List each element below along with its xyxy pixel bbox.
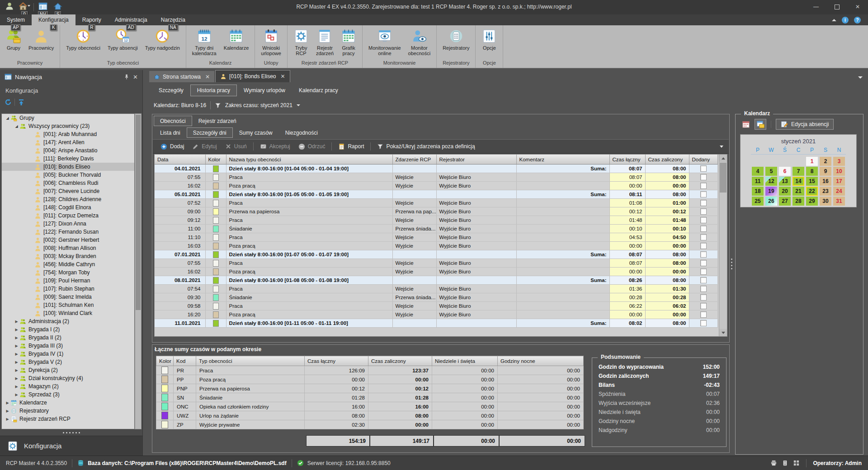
event-row[interactable]: 16:03 Poza pracą Wyjście Wyjście Biuro 0… xyxy=(155,242,717,250)
events-scrollbar[interactable] xyxy=(719,155,727,336)
totals-row[interactable]: ONC Opieka nad członkiem rodziny 16:00 1… xyxy=(156,402,584,411)
calendar-day[interactable]: 22 xyxy=(806,187,818,196)
calendar-day[interactable]: 6 xyxy=(779,167,791,176)
column-header[interactable]: Kod xyxy=(174,356,196,366)
calendar-day[interactable]: 19 xyxy=(765,187,777,196)
attendance-tab[interactable]: Obecności xyxy=(154,116,192,126)
calendar-day[interactable]: 27 xyxy=(779,197,791,206)
page-tab[interactable]: Historia pracy xyxy=(190,85,237,96)
expand-arrow-icon[interactable] xyxy=(14,376,19,381)
tree-item[interactable]: Brygada II (2) xyxy=(2,334,134,342)
tab-list-dropdown-icon[interactable] xyxy=(858,76,863,79)
event-row[interactable]: 11:10 Praca Wejście Wejście Biuro 04:53 … xyxy=(155,233,717,242)
column-header[interactable]: Data xyxy=(155,155,205,164)
tree-item[interactable]: Rejestr zdarzeń RCP xyxy=(2,415,134,423)
time-range-dropdown[interactable]: Zakres czasu: styczeń 2021 xyxy=(225,102,292,108)
expand-arrow-icon[interactable] xyxy=(14,368,19,372)
added-checkbox[interactable] xyxy=(700,217,707,223)
column-header[interactable]: Komentarz xyxy=(516,155,609,164)
help-icon[interactable]: ? xyxy=(854,17,861,24)
expand-arrow-icon[interactable] xyxy=(5,401,10,405)
tree-item[interactable]: [147]: Arent Allen xyxy=(2,138,134,146)
expand-arrow-icon[interactable] xyxy=(14,320,19,324)
panel-splitter[interactable] xyxy=(0,430,142,436)
tree-item[interactable]: [122]: Fernando Susan xyxy=(2,228,134,236)
ribbon-tab[interactable]: Konfiguracja K xyxy=(32,14,75,25)
event-row[interactable]: 04.01.2021 Dzień stały 8:00-16:00 [01-04… xyxy=(155,164,717,173)
calendar-day[interactable]: 12 xyxy=(765,177,777,186)
calendar-day[interactable]: 10 xyxy=(833,167,845,176)
tree-item[interactable]: [100]: Winland Clark xyxy=(2,309,134,317)
tree-item[interactable]: Brygada III (3) xyxy=(2,342,134,350)
event-row[interactable]: 11:00 Śniadanie Przerwa śniada... Wyjści… xyxy=(155,225,717,233)
tree-item[interactable]: [004]: Arispe Anastatio xyxy=(2,146,134,155)
tree-item[interactable]: [456]: Middle Cathryn xyxy=(2,260,134,268)
calendar-day[interactable]: 20 xyxy=(779,187,791,196)
calendar-day[interactable]: 25 xyxy=(752,197,764,206)
pin-icon[interactable] xyxy=(123,74,130,80)
calendar-day[interactable]: 17 xyxy=(833,177,845,186)
ribbon-button[interactable]: Typy obecności xyxy=(62,28,104,51)
tree-item[interactable]: Dyrekcja (2) xyxy=(2,366,134,374)
added-checkbox[interactable] xyxy=(700,191,707,197)
column-header[interactable]: Kolor xyxy=(205,155,226,164)
collapse-all-icon[interactable] xyxy=(18,99,25,106)
calendar-day[interactable]: 8 xyxy=(806,167,818,176)
added-checkbox[interactable] xyxy=(700,200,707,206)
expand-arrow-icon[interactable] xyxy=(5,409,10,413)
ribbon-button[interactable]: Grafik pracy xyxy=(337,28,360,57)
added-checkbox[interactable] xyxy=(700,320,707,326)
collapse-ribbon-icon[interactable] xyxy=(832,19,836,21)
calendar-day[interactable]: 30 xyxy=(820,197,831,206)
calendar-day[interactable]: 26 xyxy=(765,197,777,206)
column-header[interactable]: Czas łączny xyxy=(609,155,645,164)
refresh-icon[interactable] xyxy=(5,99,12,106)
tree-item[interactable]: [005]: Buckner Thorvald xyxy=(2,171,134,179)
ribbon-button[interactable]: Monitorowanie online xyxy=(365,28,405,57)
calendar-day[interactable]: 29 xyxy=(806,197,818,206)
event-row[interactable]: 07:55 Praca Wejście Wejście Biuro 08:07 … xyxy=(155,259,717,268)
event-row[interactable]: 09:58 Praca Wejście Wejście Biuro 06:22 … xyxy=(155,302,717,310)
column-header[interactable]: Kolor xyxy=(156,356,174,366)
scrollbar-thumb[interactable] xyxy=(720,163,726,193)
tree-item[interactable]: [107]: Rubin Stephan xyxy=(2,285,134,293)
calendar-day[interactable]: 5 xyxy=(765,167,777,176)
tree-item[interactable]: Sprzedaż (3) xyxy=(2,390,134,399)
ribbon-button[interactable]: Wnioski urlopowe xyxy=(257,28,285,57)
calendar-day[interactable]: 2 xyxy=(820,157,831,166)
ribbon-button[interactable]: Opcje xyxy=(478,28,500,51)
calendar-day[interactable]: 14 xyxy=(793,177,804,186)
tree-item[interactable]: Wszyscy pracownicy (23) xyxy=(2,122,134,130)
calendar-day[interactable]: 7 xyxy=(793,167,804,176)
event-row[interactable]: 08.01.2021 Dzień stały 8:00-16:00 [01-08… xyxy=(155,276,717,285)
scrollbar-thumb[interactable] xyxy=(136,115,141,310)
ribbon-button[interactable]: Grupy xyxy=(2,28,25,51)
tree-item[interactable]: [148]: Cogdil Elnora xyxy=(2,203,134,212)
close-button[interactable]: ✕ xyxy=(847,0,868,14)
tree-item[interactable]: [101]: Schulman Ken xyxy=(2,301,134,309)
column-header[interactable]: Zdarzenie RCP xyxy=(392,155,436,164)
added-checkbox[interactable] xyxy=(700,234,707,240)
expand-arrow-icon[interactable] xyxy=(14,393,19,397)
tree-item[interactable]: [006]: Chambless Rudi xyxy=(2,179,134,187)
column-header[interactable]: Rejestrator xyxy=(436,155,516,164)
added-checkbox[interactable] xyxy=(700,286,707,292)
calendar-day[interactable]: 16 xyxy=(820,177,831,186)
added-checkbox[interactable] xyxy=(700,226,707,232)
minimize-button[interactable]: — xyxy=(806,0,826,14)
tree-item[interactable]: [010]: Bonds Eliseo xyxy=(2,163,134,171)
tree-item[interactable]: [001]: Arab Muhannad xyxy=(2,130,134,138)
day-view-tab[interactable]: Szczegóły dni xyxy=(187,127,233,138)
page-tab[interactable]: Kalendarz pracy xyxy=(292,85,345,96)
close-panel-icon[interactable]: ✕ xyxy=(133,74,138,80)
close-tab-icon[interactable]: ✕ xyxy=(205,74,210,80)
added-checkbox[interactable] xyxy=(700,174,707,180)
column-header[interactable]: Typ obecności xyxy=(196,356,305,366)
calendar-day[interactable]: 3 xyxy=(833,157,845,166)
added-checkbox[interactable] xyxy=(700,260,707,266)
tree-item[interactable]: [002]: Gerstner Herbert xyxy=(2,236,134,244)
expand-arrow-icon[interactable] xyxy=(14,336,19,340)
day-view-tab[interactable]: Niezgodności xyxy=(279,127,324,138)
day-view-tab[interactable]: Sumy czasów xyxy=(233,127,279,138)
tab-start-page[interactable]: Strona startowa ✕ xyxy=(149,71,214,82)
